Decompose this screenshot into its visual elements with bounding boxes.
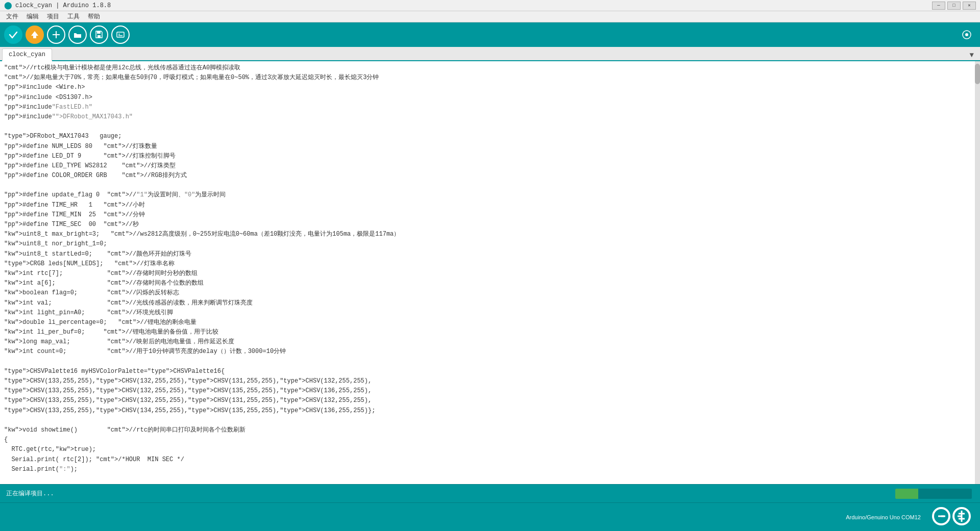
bottom-bar: Arduino/Genuino Uno COM12: [0, 502, 980, 531]
vertical-scrollbar[interactable]: [975, 61, 980, 484]
menu-file[interactable]: 文件: [2, 11, 22, 22]
code-line: "kw">void showtime() "cmt">//rtc的时间串口打印及…: [4, 425, 971, 435]
code-line: "kw">uint8_t max_bright=3; "cmt">//ws281…: [4, 230, 971, 239]
title-text: clock_cyan | Arduino 1.8.8: [15, 2, 111, 9]
code-line: "type">CHSV(133,255,255),"type">CHSV(132…: [4, 396, 971, 406]
code-line: {: [4, 435, 971, 445]
code-line: [4, 357, 971, 367]
svg-marker-0: [31, 31, 38, 38]
serial-plotter-button[interactable]: [958, 26, 976, 44]
code-line: "pp">#define LED_DT 9 "cmt">//灯珠控制引脚号: [4, 151, 971, 161]
code-line: "type">CHSV(133,255,255),"type">CHSV(132…: [4, 386, 971, 396]
code-line: "kw">long map_val; "cmt">//映射后的电池电量值，用作延…: [4, 337, 971, 347]
maximize-button[interactable]: □: [947, 2, 961, 10]
code-line: "pp">#include <Wire.h>: [4, 83, 971, 92]
code-line: [4, 416, 971, 425]
code-line: "kw">int val; "cmt">//光线传感器的读数，用来判断调节灯珠亮…: [4, 298, 971, 308]
tab-clock-cyan[interactable]: clock_cyan: [2, 48, 52, 61]
minimize-button[interactable]: ─: [932, 2, 945, 10]
code-line: "type">CHSV(133,255,255),"type">CHSV(132…: [4, 376, 971, 386]
toolbar: [0, 22, 980, 47]
menu-project[interactable]: 项目: [43, 11, 63, 22]
port-text: COM12: [901, 514, 921, 520]
code-line: "type">DFRobot_MAX17043 gauge;: [4, 132, 971, 141]
code-line: "pp">#define NUM_LEDS 80 "cmt">//灯珠数量: [4, 142, 971, 151]
code-line: "type">CHSV(133,255,255),"type">CHSV(134…: [4, 406, 971, 416]
arduino-logo: [931, 503, 972, 531]
board-name-text: Arduino/Genuino Uno: [846, 514, 900, 520]
svg-rect-5: [117, 32, 124, 37]
status-bar: 正在编译项目...: [0, 484, 980, 502]
code-line: RTC.get(rtc,"kw">true);: [4, 445, 971, 454]
tab-bar: clock_cyan ▼: [0, 47, 980, 61]
code-line: [4, 181, 971, 190]
svg-rect-3: [97, 35, 101, 38]
board-info: Arduino/Genuino Uno COM12: [846, 514, 921, 520]
menu-tools[interactable]: 工具: [63, 11, 84, 22]
code-line: "pp">#include <DS1307.h>: [4, 93, 971, 103]
tab-bar-right: ▼: [52, 50, 978, 60]
serial-monitor-button[interactable]: [111, 26, 130, 44]
code-line: "kw">int rtc[7]; "cmt">//存储时间时分秒的数组: [4, 269, 971, 279]
code-line: "pp">#define TIME_SEC 00 "cmt">//秒: [4, 220, 971, 230]
code-line: "pp">#include"">DFRobot_MAX17043.h": [4, 112, 971, 122]
code-line: Serial.print( rtc[2]); "cmt">/*HOUR MIN …: [4, 455, 971, 465]
app-icon: ⬤: [4, 1, 12, 10]
code-line: "pp">#define update_flag 0 "cmt">//"1"为设…: [4, 190, 971, 200]
progress-bar-container: [895, 489, 972, 499]
code-line: Serial.print(":");: [4, 465, 971, 474]
tab-arrow-down[interactable]: ▼: [968, 50, 976, 60]
code-line: "type">CRGB leds[NUM_LEDS]; "cmt">//灯珠串名…: [4, 259, 971, 269]
open-button[interactable]: [68, 26, 87, 44]
menu-bar: 文件 编辑 项目 工具 帮助: [0, 11, 980, 22]
code-line: "pp">#include"FastLED.h": [4, 103, 971, 112]
verify-button[interactable]: [4, 26, 22, 44]
code-line: "pp">#define COLOR_ORDER GRB "cmt">//RGB…: [4, 171, 971, 181]
progress-bar: [895, 489, 918, 499]
code-line: "kw">double li_percentage=0; "cmt">//锂电池…: [4, 318, 971, 327]
menu-help[interactable]: 帮助: [84, 11, 104, 22]
code-line: "type">CHSVPalette16 myHSVColorPalette="…: [4, 367, 971, 376]
save-button[interactable]: [90, 26, 108, 44]
status-text: 正在编译项目...: [6, 489, 895, 498]
close-button[interactable]: ✕: [963, 2, 976, 10]
code-line: "kw">int light_pin=A0; "cmt">//环境光线引脚: [4, 308, 971, 318]
code-line: "kw">int li_per_buf=0; "cmt">//锂电池电量的备份值…: [4, 327, 971, 337]
code-line: "cmt">//如果电量大于70%，常亮；如果电量在50到70，呼吸灯模式；如果…: [4, 73, 971, 83]
scrollbar-thumb[interactable]: [975, 64, 980, 84]
editor-wrapper: "cmt">//rtc模块与电量计模块都是使用i2c总线，光线传感器通过连在A0…: [0, 61, 980, 484]
code-line: "kw">uint8_t nor_bright_1=0;: [4, 239, 971, 249]
svg-rect-2: [53, 34, 60, 35]
code-editor[interactable]: "cmt">//rtc模块与电量计模块都是使用i2c总线，光线传感器通过连在A0…: [0, 61, 975, 484]
code-line: "kw">int count=0; "cmt">//用于10分钟调节亮度的del…: [4, 347, 971, 357]
code-line: [4, 122, 971, 132]
code-line: "pp">#define TIME_MIN 25 "cmt">//分钟: [4, 210, 971, 220]
board-name: Arduino/Genuino Uno COM12: [846, 514, 921, 520]
new-button[interactable]: [47, 26, 65, 44]
menu-edit[interactable]: 编辑: [22, 11, 43, 22]
title-bar: ⬤ clock_cyan | Arduino 1.8.8 ─ □ ✕: [0, 0, 980, 11]
code-line: "kw">boolean flag=0; "cmt">//闪烁的反转标志: [4, 288, 971, 298]
tab-label: clock_cyan: [9, 51, 45, 58]
svg-point-9: [965, 33, 968, 36]
window-controls: ─ □ ✕: [932, 2, 976, 10]
code-line: "cmt">//rtc模块与电量计模块都是使用i2c总线，光线传感器通过连在A0…: [4, 63, 971, 73]
code-line: "pp">#define TIME_HR 1 "cmt">//小时: [4, 200, 971, 210]
code-line: "pp">#define LED_TYPE WS2812 "cmt">//灯珠类…: [4, 161, 971, 171]
code-line: "kw">int a[6]; "cmt">//存储时间各个位数的数组: [4, 279, 971, 288]
upload-button[interactable]: [26, 26, 44, 44]
svg-rect-4: [97, 31, 101, 34]
code-line: "kw">uint8_t startLed=0; "cmt">//颜色环开始的灯…: [4, 249, 971, 259]
